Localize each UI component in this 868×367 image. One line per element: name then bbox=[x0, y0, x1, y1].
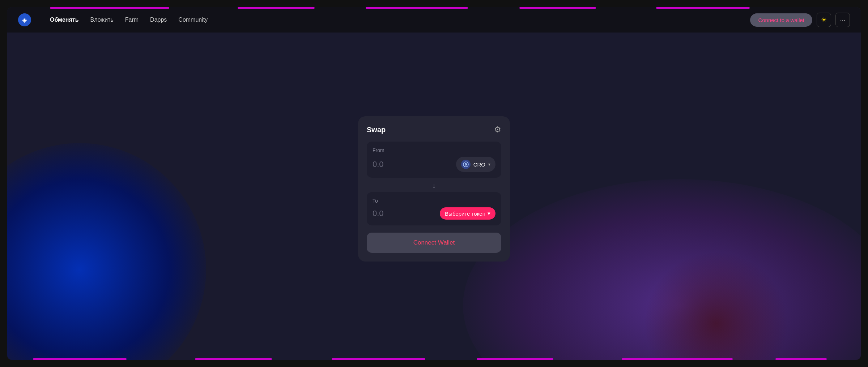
nav-link-swap[interactable]: Обменять bbox=[46, 14, 83, 26]
more-icon: ··· bbox=[840, 16, 845, 24]
swap-arrow-divider: ↓ bbox=[367, 179, 501, 192]
to-chevron-icon: ▾ bbox=[488, 210, 490, 217]
cro-token-icon bbox=[461, 160, 471, 169]
from-token-selector[interactable]: CRO ▾ bbox=[456, 157, 495, 172]
to-row: 0.0 Выберите токен ▾ bbox=[373, 207, 495, 220]
container-bottom-accent bbox=[7, 358, 861, 360]
from-label: From bbox=[373, 147, 495, 153]
swap-title: Swap bbox=[367, 125, 386, 134]
theme-toggle-button[interactable]: ☀ bbox=[817, 13, 831, 27]
connect-wallet-nav-button[interactable]: Connect to a wallet bbox=[750, 13, 812, 27]
sun-icon: ☀ bbox=[821, 16, 827, 24]
gear-icon: ⚙ bbox=[494, 125, 501, 134]
nav-link-dapps[interactable]: Dapps bbox=[146, 14, 171, 26]
from-panel: From 0.0 CRO ▾ bbox=[367, 142, 501, 178]
from-row: 0.0 CRO ▾ bbox=[373, 157, 495, 172]
to-panel: To 0.0 Выберите токен ▾ bbox=[367, 192, 501, 225]
navbar: ◈ Обменять Вложить Farm Dapps Community … bbox=[7, 7, 861, 33]
swap-card: Swap ⚙ From 0.0 bbox=[358, 116, 510, 262]
main-content: Swap ⚙ From 0.0 bbox=[7, 33, 861, 360]
connect-wallet-main-button[interactable]: Connect Wallet bbox=[367, 233, 501, 253]
settings-button[interactable]: ⚙ bbox=[494, 125, 501, 134]
from-chevron-icon: ▾ bbox=[488, 162, 490, 167]
app-container: ◈ Обменять Вложить Farm Dapps Community … bbox=[7, 7, 861, 360]
to-token-selector[interactable]: Выберите токен ▾ bbox=[440, 207, 495, 220]
down-arrow-icon: ↓ bbox=[433, 182, 436, 189]
select-token-label: Выберите токен bbox=[445, 210, 485, 216]
swap-header: Swap ⚙ bbox=[367, 125, 501, 134]
to-amount: 0.0 bbox=[373, 209, 435, 218]
nav-link-community[interactable]: Community bbox=[174, 14, 212, 26]
nav-right: Connect to a wallet ☀ ··· bbox=[750, 13, 850, 27]
nav-link-farm[interactable]: Farm bbox=[121, 14, 143, 26]
top-decorative-lines bbox=[0, 0, 868, 3]
from-token-label: CRO bbox=[473, 161, 485, 167]
logo[interactable]: ◈ bbox=[18, 13, 31, 26]
bottom-decorative-lines bbox=[0, 364, 868, 367]
nav-links: Обменять Вложить Farm Dapps Community bbox=[46, 14, 736, 26]
more-menu-button[interactable]: ··· bbox=[835, 13, 850, 27]
nav-link-stake[interactable]: Вложить bbox=[86, 14, 118, 26]
from-amount: 0.0 bbox=[373, 160, 452, 169]
to-label: To bbox=[373, 198, 495, 204]
bg-shape-blue bbox=[7, 143, 206, 360]
container-top-accent bbox=[7, 7, 861, 9]
